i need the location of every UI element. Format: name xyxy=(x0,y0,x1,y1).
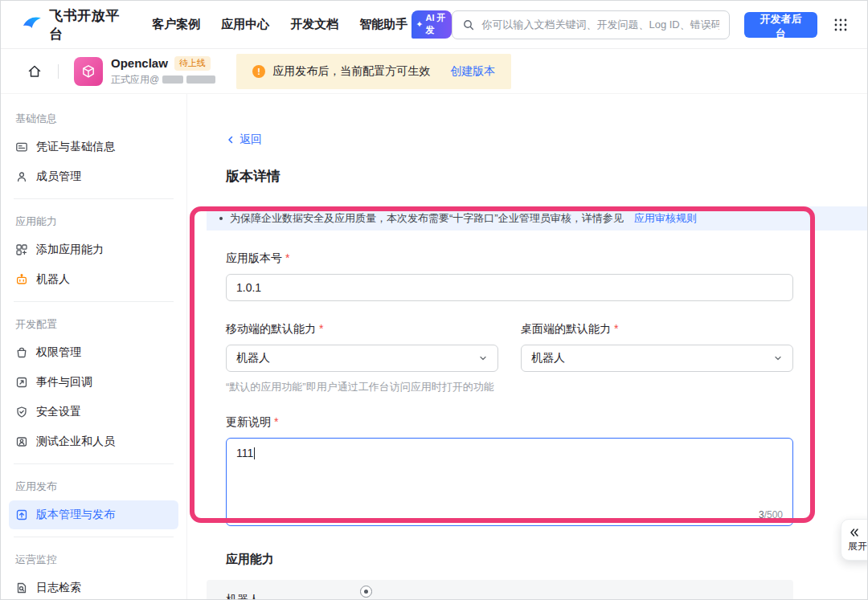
status-badge: 待上线 xyxy=(174,56,211,71)
sidebar: 基础信息 凭证与基础信息 成员管理 应用能力 添加应用能力 xyxy=(1,94,187,599)
ai-dev-badge: ✦ AI 开发 xyxy=(411,10,452,39)
version-form: 应用版本号* 移动端的默认能力* 机器人 xyxy=(226,251,793,526)
chevron-down-icon xyxy=(773,353,783,363)
add-capability-icon xyxy=(15,243,28,256)
credential-icon xyxy=(15,141,28,153)
divider xyxy=(14,198,174,199)
app-type-line: 正式应用@ xyxy=(111,73,215,87)
text-caret xyxy=(254,447,255,459)
sidebar-item-version-management[interactable]: 版本管理与发布 xyxy=(9,500,178,529)
top-navbar: 飞书开放平台 客户案例 应用中心 开发文档 智能助手 ✦ AI 开发 开发者后台 xyxy=(1,1,867,49)
security-icon xyxy=(15,406,28,418)
test-org-icon xyxy=(15,435,28,448)
changelog-label: 更新说明* xyxy=(226,415,793,430)
changelog-textarea[interactable]: 111 3/500 xyxy=(226,438,793,526)
sidebar-item-bot[interactable]: 机器人 xyxy=(9,265,178,294)
review-rules-link[interactable]: 应用审核规则 xyxy=(634,211,697,226)
cube-icon xyxy=(80,63,96,80)
doc-search-box[interactable] xyxy=(452,10,729,39)
nav-ai-assistant[interactable]: 智能助手 xyxy=(359,17,407,32)
back-link[interactable]: 返回 xyxy=(226,133,262,147)
version-icon xyxy=(15,508,28,521)
section-capabilities: 应用能力 xyxy=(9,206,178,235)
default-capability-hint: “默认的应用功能”即用户通过工作台访问应用时打开的功能 xyxy=(226,380,793,394)
sidebar-item-test-org[interactable]: 测试企业和人员 xyxy=(9,427,178,456)
redacted-text xyxy=(162,76,183,84)
main-content: 返回 版本详情 为保障企业数据安全及应用质量，本次发布需要“十字路口”企业管理员… xyxy=(188,94,867,599)
version-number-input[interactable] xyxy=(226,274,793,301)
divider xyxy=(14,537,174,537)
sidebar-item-log-search[interactable]: 日志检索 xyxy=(9,573,178,600)
capability-section-title: 应用能力 xyxy=(226,552,867,567)
required-asterisk: * xyxy=(319,322,323,335)
sparkle-icon: ✦ xyxy=(416,19,423,30)
section-monitoring: 运营监控 xyxy=(9,545,178,573)
mobile-capability-label: 移动端的默认能力* xyxy=(226,322,498,337)
feishu-logo-icon xyxy=(22,14,42,35)
developer-console-button[interactable]: 开发者后台 xyxy=(744,12,817,38)
home-icon[interactable] xyxy=(27,63,43,80)
brand[interactable]: 飞书开放平台 xyxy=(22,6,131,43)
create-version-link[interactable]: 创建版本 xyxy=(450,64,495,79)
double-chevron-left-icon xyxy=(848,527,860,538)
app-header-bar: Openclaw 待上线 正式应用@ ! 应用发布后，当前配置方可生效 创建版本 xyxy=(1,49,867,94)
page-title: 版本详情 xyxy=(226,167,867,186)
sidebar-item-security[interactable]: 安全设置 xyxy=(9,398,178,427)
permission-icon xyxy=(15,346,28,359)
review-notice-bar: 为保障企业数据安全及应用质量，本次发布需要“十字路口”企业管理员审核，详情参见 … xyxy=(207,206,867,231)
nav-dev-docs[interactable]: 开发文档 xyxy=(290,17,338,32)
app-window: 飞书开放平台 客户案例 应用中心 开发文档 智能助手 ✦ AI 开发 开发者后台 xyxy=(0,0,868,600)
default-capability-row: 移动端的默认能力* 机器人 桌面端的默认能力* 机器人 xyxy=(226,301,793,372)
expander-label: 展开 xyxy=(848,540,867,553)
top-nav-items: 客户案例 应用中心 开发文档 智能助手 ✦ AI 开发 xyxy=(152,10,452,39)
event-callback-icon xyxy=(15,376,28,389)
members-icon xyxy=(15,170,28,183)
review-notice-text: 为保障企业数据安全及应用质量，本次发布需要“十字路口”企业管理员审核，详情参见 xyxy=(230,211,624,226)
nav-assistant-group[interactable]: 智能助手 ✦ AI 开发 xyxy=(359,10,452,39)
sidebar-item-members[interactable]: 成员管理 xyxy=(9,162,178,191)
chevron-down-icon xyxy=(478,353,488,363)
robot-icon xyxy=(15,273,28,286)
scroll-indicator-icon xyxy=(360,586,372,598)
app-avatar xyxy=(74,57,103,86)
sidebar-item-events[interactable]: 事件与回调 xyxy=(9,368,178,397)
sidebar-item-permissions[interactable]: 权限管理 xyxy=(9,338,178,367)
divider xyxy=(14,301,174,302)
required-asterisk: * xyxy=(274,415,278,428)
section-basic-info: 基础信息 xyxy=(9,104,178,133)
required-asterisk: * xyxy=(285,251,289,264)
panel-expander[interactable]: 展开 xyxy=(841,519,868,561)
desktop-capability-label: 桌面端的默认能力* xyxy=(521,322,793,337)
char-counter: 3/500 xyxy=(759,509,783,520)
nav-app-center[interactable]: 应用中心 xyxy=(221,17,269,32)
redacted-text xyxy=(186,76,215,84)
publish-notice-bar: ! 应用发布后，当前配置方可生效 创建版本 xyxy=(236,54,511,89)
sidebar-item-add-capability[interactable]: 添加应用能力 xyxy=(9,235,178,264)
required-asterisk: * xyxy=(614,322,618,335)
app-name: Openclaw xyxy=(111,56,168,70)
log-search-icon xyxy=(15,582,28,594)
divider xyxy=(14,463,174,464)
section-release: 应用发布 xyxy=(9,471,178,500)
search-icon xyxy=(462,18,475,31)
notice-text: 应用发布后，当前配置方可生效 xyxy=(272,64,430,79)
changelog-text: 111 xyxy=(236,447,253,459)
bullet-icon xyxy=(219,217,223,220)
chevron-left-icon xyxy=(226,135,235,145)
app-meta: Openclaw 待上线 正式应用@ xyxy=(111,56,215,87)
desktop-capability-select[interactable]: 机器人 xyxy=(521,345,793,372)
section-dev-config: 开发配置 xyxy=(9,309,178,338)
warning-icon: ! xyxy=(252,65,265,78)
apps-grid-icon[interactable] xyxy=(833,18,848,32)
nav-customer-cases[interactable]: 客户案例 xyxy=(152,17,200,32)
brand-name: 飞书开放平台 xyxy=(49,6,131,43)
sidebar-item-credentials[interactable]: 凭证与基础信息 xyxy=(9,133,178,161)
version-number-label: 应用版本号* xyxy=(226,251,793,266)
search-input[interactable] xyxy=(481,18,719,31)
mobile-capability-select[interactable]: 机器人 xyxy=(226,345,498,372)
divider xyxy=(58,64,59,79)
capability-name: 机器人 xyxy=(226,593,774,600)
capability-card: 机器人 已启用 xyxy=(207,580,793,600)
